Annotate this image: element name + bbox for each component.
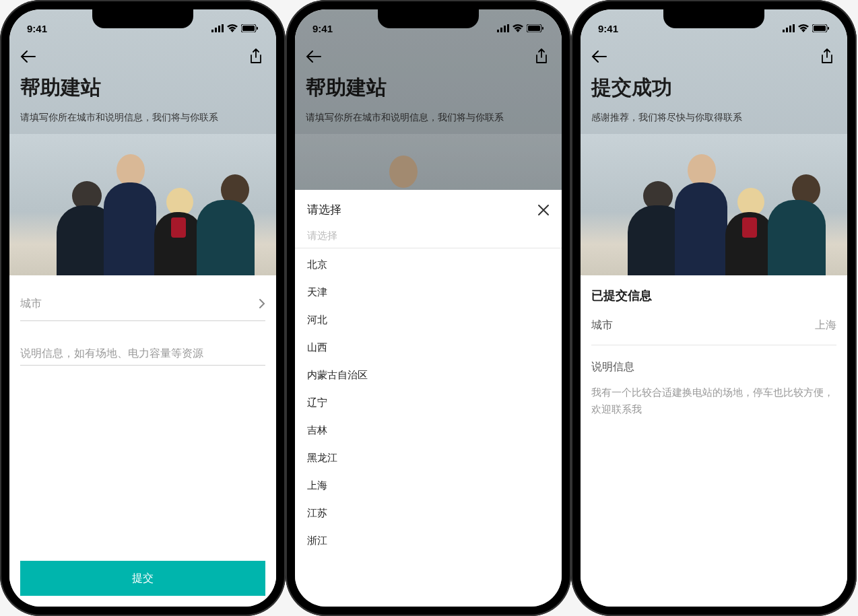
battery-icon xyxy=(812,24,830,32)
city-option[interactable]: 黑龙江 xyxy=(307,444,550,472)
city-value: 上海 xyxy=(815,318,836,333)
back-button[interactable] xyxy=(19,47,38,66)
submitted-heading: 已提交信息 xyxy=(591,287,836,304)
share-button[interactable] xyxy=(818,47,836,66)
city-option[interactable]: 内蒙古自治区 xyxy=(307,362,550,389)
city-picker-sheet: 请选择 请选择 北京 天津 河北 山西 内蒙古自治区 辽宁 xyxy=(295,190,562,607)
battery-icon xyxy=(241,24,259,32)
page-title: 提交成功 xyxy=(591,74,836,102)
city-option[interactable]: 北京 xyxy=(307,251,550,279)
city-option[interactable]: 江苏 xyxy=(307,500,550,527)
page-subtitle: 请填写你所在城市和说明信息，我们将与你联系 xyxy=(20,111,265,125)
svg-rect-17 xyxy=(793,24,795,32)
svg-rect-0 xyxy=(211,30,213,32)
city-label: 城市 xyxy=(20,297,42,311)
page-subtitle: 感谢推荐，我们将尽快与你取得联系 xyxy=(591,111,836,125)
city-field[interactable]: 城市 xyxy=(20,287,265,321)
status-time: 9:41 xyxy=(598,23,618,34)
notes-value: 我有一个比较合适建换电站的场地，停车也比较方便，欢迎联系我 xyxy=(591,384,836,418)
status-time: 9:41 xyxy=(27,23,47,34)
svg-rect-6 xyxy=(257,27,258,30)
share-icon xyxy=(249,48,263,65)
city-option[interactable]: 浙江 xyxy=(307,527,550,555)
back-arrow-icon xyxy=(591,50,607,63)
header-text: 帮助建站 请填写你所在城市和说明信息，我们将与你联系 xyxy=(9,71,276,134)
svg-rect-1 xyxy=(215,28,217,32)
svg-rect-20 xyxy=(828,27,829,30)
city-option[interactable]: 辽宁 xyxy=(307,389,550,417)
hero-image xyxy=(9,134,276,275)
nav-bar xyxy=(581,42,847,71)
svg-rect-3 xyxy=(222,24,224,32)
back-arrow-icon xyxy=(20,50,36,63)
city-list[interactable]: 北京 天津 河北 山西 内蒙古自治区 辽宁 吉林 黑龙江 上海 江苏 浙江 xyxy=(295,248,562,607)
hero-image xyxy=(581,134,847,275)
city-option[interactable]: 山西 xyxy=(307,334,550,362)
city-option[interactable]: 天津 xyxy=(307,279,550,306)
form-content: 城市 说明信息，如有场地、电力容量等资源 提交 xyxy=(9,275,276,607)
wifi-icon xyxy=(227,24,238,32)
city-option[interactable]: 吉林 xyxy=(307,417,550,444)
notes-placeholder: 说明信息，如有场地、电力容量等资源 xyxy=(20,347,203,359)
svg-rect-14 xyxy=(783,30,785,32)
status-icons xyxy=(211,24,259,32)
svg-rect-15 xyxy=(786,28,788,32)
sheet-search-placeholder: 请选择 xyxy=(307,230,337,241)
close-icon xyxy=(537,204,550,216)
share-button[interactable] xyxy=(246,47,265,66)
svg-rect-19 xyxy=(814,26,826,31)
share-icon xyxy=(820,48,834,65)
sheet-search[interactable]: 请选择 xyxy=(295,226,562,248)
svg-rect-16 xyxy=(789,26,791,32)
submitted-content: 已提交信息 城市 上海 说明信息 我有一个比较合适建换电站的场地，停车也比较方便… xyxy=(581,275,847,607)
svg-rect-5 xyxy=(242,26,255,31)
overlay-backdrop[interactable] xyxy=(295,9,562,190)
signal-icon xyxy=(211,24,224,32)
svg-rect-2 xyxy=(218,26,220,32)
city-key: 城市 xyxy=(591,318,613,333)
chevron-right-icon xyxy=(259,298,265,309)
city-option[interactable]: 上海 xyxy=(307,472,550,500)
signal-icon xyxy=(783,24,795,32)
submitted-city-row: 城市 上海 xyxy=(591,318,836,345)
nav-bar xyxy=(9,42,276,71)
header: 9:41 提交成功 感谢推 xyxy=(581,9,847,275)
notes-field[interactable]: 说明信息，如有场地、电力容量等资源 xyxy=(20,339,265,366)
close-button[interactable] xyxy=(537,204,550,216)
notes-key: 说明信息 xyxy=(591,360,836,374)
header-text: 提交成功 感谢推荐，我们将尽快与你取得联系 xyxy=(581,71,847,134)
submit-label: 提交 xyxy=(132,572,154,586)
header: 9:41 帮助建站 请填写 xyxy=(9,9,276,275)
wifi-icon xyxy=(798,24,809,32)
status-icons xyxy=(783,24,830,32)
city-option[interactable]: 河北 xyxy=(307,306,550,334)
submit-button[interactable]: 提交 xyxy=(20,561,265,596)
back-button[interactable] xyxy=(590,47,609,66)
page-title: 帮助建站 xyxy=(20,74,265,102)
picker-overlay: 请选择 请选择 北京 天津 河北 山西 内蒙古自治区 辽宁 xyxy=(295,9,562,607)
sheet-title: 请选择 xyxy=(307,202,341,217)
